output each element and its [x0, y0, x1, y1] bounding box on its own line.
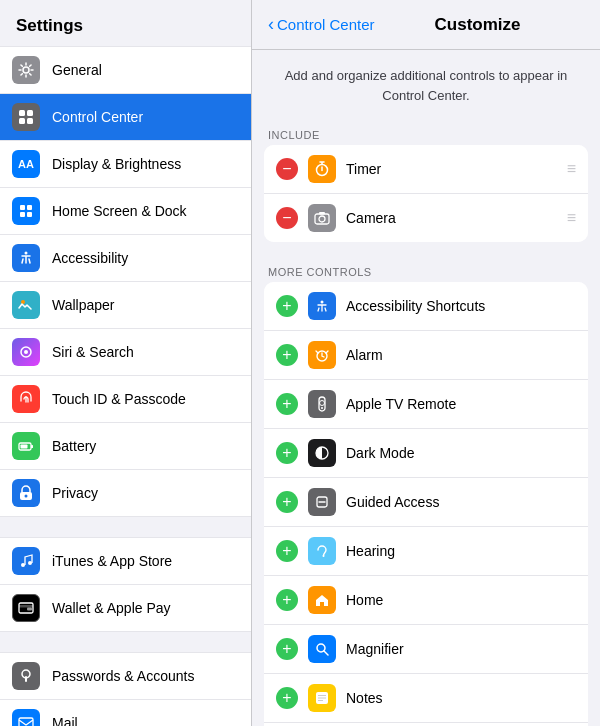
sidebar-item-touchid[interactable]: Touch ID & Passcode [0, 376, 251, 423]
more-item-magnifier[interactable]: + Magnifier [264, 625, 588, 674]
svg-rect-2 [27, 110, 33, 116]
sidebar-item-home-screen[interactable]: Home Screen & Dock [0, 188, 251, 235]
add-appletv-btn[interactable]: + [276, 393, 298, 415]
include-label: INCLUDE [252, 121, 600, 145]
sidebar-item-general-label: General [52, 62, 102, 78]
sidebar-item-battery-label: Battery [52, 438, 96, 454]
sidebar-item-accessibility[interactable]: Accessibility [0, 235, 251, 282]
add-accessibility-btn[interactable]: + [276, 295, 298, 317]
sidebar-item-general[interactable]: General [0, 46, 251, 94]
home-label: Home [346, 592, 576, 608]
more-item-notes[interactable]: + Notes [264, 674, 588, 723]
more-item-guided-access[interactable]: + Guided Access [264, 478, 588, 527]
back-button[interactable]: ‹ Control Center [268, 14, 375, 35]
drag-handle-timer[interactable]: ≡ [567, 160, 576, 178]
svg-rect-7 [20, 212, 25, 217]
display-icon: AA [12, 150, 40, 178]
add-notes-btn[interactable]: + [276, 687, 298, 709]
sidebar-item-privacy-label: Privacy [52, 485, 98, 501]
siri-icon [12, 338, 40, 366]
more-item-home[interactable]: + Home [264, 576, 588, 625]
sidebar-item-battery[interactable]: Battery [0, 423, 251, 470]
sidebar-item-passwords[interactable]: Passwords & Accounts [0, 652, 251, 700]
appletv-label: Apple TV Remote [346, 396, 576, 412]
timer-label: Timer [346, 161, 567, 177]
sidebar-item-home-label: Home Screen & Dock [52, 203, 187, 219]
sidebar-section-mid: iTunes & App Store Wallet & Apple Pay [0, 537, 251, 632]
svg-rect-4 [27, 118, 33, 124]
sidebar-item-cc-label: Control Center [52, 109, 143, 125]
accessibility-shortcuts-label: Accessibility Shortcuts [346, 298, 576, 314]
sidebar-section-top: General Control Center AA Display & Brig… [0, 46, 251, 517]
svg-rect-21 [19, 605, 33, 608]
back-chevron-icon: ‹ [268, 14, 274, 35]
home-icon [308, 586, 336, 614]
svg-point-48 [321, 407, 323, 409]
sidebar-item-wallet-label: Wallet & Apple Pay [52, 600, 171, 616]
add-home-btn[interactable]: + [276, 589, 298, 611]
sidebar-item-siri[interactable]: Siri & Search [0, 329, 251, 376]
wallet-icon [12, 594, 40, 622]
sidebar-item-privacy[interactable]: Privacy [0, 470, 251, 517]
drag-handle-camera[interactable]: ≡ [567, 209, 576, 227]
svg-point-42 [319, 216, 325, 222]
svg-rect-5 [20, 205, 25, 210]
nav-header: ‹ Control Center Customize [252, 0, 600, 50]
svg-rect-24 [25, 676, 27, 682]
mail-icon [12, 709, 40, 726]
svg-point-47 [320, 401, 325, 406]
sidebar-item-itunes[interactable]: iTunes & App Store [0, 537, 251, 585]
description-text: Add and organize additional controls to … [252, 50, 600, 121]
appletv-icon [308, 390, 336, 418]
more-controls-label: MORE CONTROLS [252, 258, 600, 282]
sidebar-item-wallet[interactable]: Wallet & Apple Pay [0, 585, 251, 632]
darkmode-icon [308, 439, 336, 467]
sidebar-item-passwords-label: Passwords & Accounts [52, 668, 194, 684]
add-guided-btn[interactable]: + [276, 491, 298, 513]
sidebar-item-mail[interactable]: Mail [0, 700, 251, 726]
touchid-icon [12, 385, 40, 413]
more-item-alarm[interactable]: + Alarm [264, 331, 588, 380]
accessibility-shortcuts-icon [308, 292, 336, 320]
include-item-timer[interactable]: − Timer ≡ [264, 145, 588, 194]
svg-rect-43 [319, 212, 325, 215]
svg-rect-15 [21, 445, 28, 449]
sidebar-item-accessibility-label: Accessibility [52, 250, 128, 266]
hearing-icon [308, 537, 336, 565]
magnifier-icon [308, 635, 336, 663]
more-item-accessibility-shortcuts[interactable]: + Accessibility Shortcuts [264, 282, 588, 331]
svg-rect-3 [19, 118, 25, 124]
remove-timer-button[interactable]: − [276, 158, 298, 180]
add-hearing-btn[interactable]: + [276, 540, 298, 562]
sidebar-item-wallpaper[interactable]: Wallpaper [0, 282, 251, 329]
svg-point-0 [23, 67, 29, 73]
guided-access-label: Guided Access [346, 494, 576, 510]
camera-label: Camera [346, 210, 567, 226]
darkmode-label: Dark Mode [346, 445, 576, 461]
sidebar-item-control-center[interactable]: Control Center [0, 94, 251, 141]
sidebar-item-touchid-label: Touch ID & Passcode [52, 391, 186, 407]
more-item-appletv[interactable]: + Apple TV Remote [264, 380, 588, 429]
add-magnifier-btn[interactable]: + [276, 638, 298, 660]
svg-rect-14 [31, 445, 33, 448]
sidebar-item-itunes-label: iTunes & App Store [52, 553, 172, 569]
include-item-camera[interactable]: − Camera ≡ [264, 194, 588, 242]
svg-point-12 [24, 350, 28, 354]
add-alarm-btn[interactable]: + [276, 344, 298, 366]
remove-camera-button[interactable]: − [276, 207, 298, 229]
battery-icon [12, 432, 40, 460]
back-label: Control Center [277, 16, 375, 33]
general-icon [12, 56, 40, 84]
notes-ctrl-label: Notes [346, 690, 576, 706]
more-item-darkmode[interactable]: + Dark Mode [264, 429, 588, 478]
more-item-hearing[interactable]: + Hearing [264, 527, 588, 576]
alarm-label: Alarm [346, 347, 576, 363]
svg-point-52 [323, 555, 325, 557]
more-controls-list: + Accessibility Shortcuts + Alarm [264, 282, 588, 726]
add-darkmode-btn[interactable]: + [276, 442, 298, 464]
sidebar-item-display[interactable]: AA Display & Brightness [0, 141, 251, 188]
sidebar: Settings General Control Center [0, 0, 252, 726]
notes-ctrl-icon [308, 684, 336, 712]
svg-line-54 [324, 651, 328, 655]
sidebar-section-bottom: Passwords & Accounts Mail Contacts [0, 652, 251, 726]
